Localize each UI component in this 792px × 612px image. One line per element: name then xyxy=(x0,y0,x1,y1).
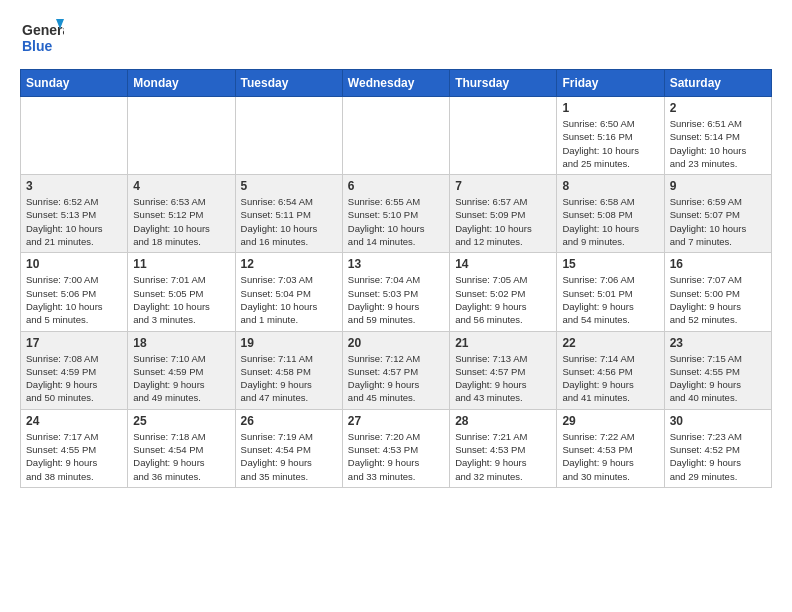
calendar-cell: 24Sunrise: 7:17 AM Sunset: 4:55 PM Dayli… xyxy=(21,409,128,487)
day-info: Sunrise: 6:51 AM Sunset: 5:14 PM Dayligh… xyxy=(670,117,766,170)
day-info: Sunrise: 7:14 AM Sunset: 4:56 PM Dayligh… xyxy=(562,352,658,405)
calendar-cell: 21Sunrise: 7:13 AM Sunset: 4:57 PM Dayli… xyxy=(450,331,557,409)
calendar-cell: 2Sunrise: 6:51 AM Sunset: 5:14 PM Daylig… xyxy=(664,97,771,175)
day-number: 5 xyxy=(241,179,337,193)
calendar-cell: 8Sunrise: 6:58 AM Sunset: 5:08 PM Daylig… xyxy=(557,175,664,253)
calendar-cell xyxy=(235,97,342,175)
calendar-cell: 12Sunrise: 7:03 AM Sunset: 5:04 PM Dayli… xyxy=(235,253,342,331)
day-info: Sunrise: 6:58 AM Sunset: 5:08 PM Dayligh… xyxy=(562,195,658,248)
day-info: Sunrise: 7:15 AM Sunset: 4:55 PM Dayligh… xyxy=(670,352,766,405)
logo-svg: General Blue xyxy=(20,15,64,59)
day-number: 16 xyxy=(670,257,766,271)
day-number: 23 xyxy=(670,336,766,350)
calendar-week-row: 3Sunrise: 6:52 AM Sunset: 5:13 PM Daylig… xyxy=(21,175,772,253)
calendar-week-row: 24Sunrise: 7:17 AM Sunset: 4:55 PM Dayli… xyxy=(21,409,772,487)
day-info: Sunrise: 6:55 AM Sunset: 5:10 PM Dayligh… xyxy=(348,195,444,248)
calendar-cell: 4Sunrise: 6:53 AM Sunset: 5:12 PM Daylig… xyxy=(128,175,235,253)
day-info: Sunrise: 7:03 AM Sunset: 5:04 PM Dayligh… xyxy=(241,273,337,326)
day-info: Sunrise: 6:57 AM Sunset: 5:09 PM Dayligh… xyxy=(455,195,551,248)
calendar-table: SundayMondayTuesdayWednesdayThursdayFrid… xyxy=(20,69,772,488)
calendar-cell: 3Sunrise: 6:52 AM Sunset: 5:13 PM Daylig… xyxy=(21,175,128,253)
calendar-cell: 23Sunrise: 7:15 AM Sunset: 4:55 PM Dayli… xyxy=(664,331,771,409)
calendar-cell: 7Sunrise: 6:57 AM Sunset: 5:09 PM Daylig… xyxy=(450,175,557,253)
day-info: Sunrise: 7:01 AM Sunset: 5:05 PM Dayligh… xyxy=(133,273,229,326)
calendar-cell: 14Sunrise: 7:05 AM Sunset: 5:02 PM Dayli… xyxy=(450,253,557,331)
logo: General Blue xyxy=(20,15,64,59)
calendar-cell: 11Sunrise: 7:01 AM Sunset: 5:05 PM Dayli… xyxy=(128,253,235,331)
calendar-cell: 9Sunrise: 6:59 AM Sunset: 5:07 PM Daylig… xyxy=(664,175,771,253)
calendar-cell: 15Sunrise: 7:06 AM Sunset: 5:01 PM Dayli… xyxy=(557,253,664,331)
day-number: 27 xyxy=(348,414,444,428)
day-number: 22 xyxy=(562,336,658,350)
calendar-cell xyxy=(21,97,128,175)
calendar-cell: 28Sunrise: 7:21 AM Sunset: 4:53 PM Dayli… xyxy=(450,409,557,487)
day-number: 11 xyxy=(133,257,229,271)
day-info: Sunrise: 7:13 AM Sunset: 4:57 PM Dayligh… xyxy=(455,352,551,405)
calendar-cell: 20Sunrise: 7:12 AM Sunset: 4:57 PM Dayli… xyxy=(342,331,449,409)
calendar-cell: 26Sunrise: 7:19 AM Sunset: 4:54 PM Dayli… xyxy=(235,409,342,487)
day-number: 2 xyxy=(670,101,766,115)
calendar-cell: 22Sunrise: 7:14 AM Sunset: 4:56 PM Dayli… xyxy=(557,331,664,409)
day-number: 29 xyxy=(562,414,658,428)
day-info: Sunrise: 6:50 AM Sunset: 5:16 PM Dayligh… xyxy=(562,117,658,170)
day-number: 10 xyxy=(26,257,122,271)
calendar-cell: 30Sunrise: 7:23 AM Sunset: 4:52 PM Dayli… xyxy=(664,409,771,487)
weekday-header-monday: Monday xyxy=(128,70,235,97)
day-info: Sunrise: 7:20 AM Sunset: 4:53 PM Dayligh… xyxy=(348,430,444,483)
day-number: 1 xyxy=(562,101,658,115)
calendar-cell: 16Sunrise: 7:07 AM Sunset: 5:00 PM Dayli… xyxy=(664,253,771,331)
calendar-cell: 6Sunrise: 6:55 AM Sunset: 5:10 PM Daylig… xyxy=(342,175,449,253)
day-number: 18 xyxy=(133,336,229,350)
day-number: 26 xyxy=(241,414,337,428)
day-info: Sunrise: 7:22 AM Sunset: 4:53 PM Dayligh… xyxy=(562,430,658,483)
day-number: 19 xyxy=(241,336,337,350)
day-info: Sunrise: 7:21 AM Sunset: 4:53 PM Dayligh… xyxy=(455,430,551,483)
day-number: 9 xyxy=(670,179,766,193)
day-info: Sunrise: 7:23 AM Sunset: 4:52 PM Dayligh… xyxy=(670,430,766,483)
weekday-header-tuesday: Tuesday xyxy=(235,70,342,97)
day-info: Sunrise: 7:12 AM Sunset: 4:57 PM Dayligh… xyxy=(348,352,444,405)
weekday-header-wednesday: Wednesday xyxy=(342,70,449,97)
page: General Blue SundayMondayTuesdayWednesda… xyxy=(0,0,792,508)
day-number: 3 xyxy=(26,179,122,193)
day-info: Sunrise: 7:07 AM Sunset: 5:00 PM Dayligh… xyxy=(670,273,766,326)
calendar-cell: 17Sunrise: 7:08 AM Sunset: 4:59 PM Dayli… xyxy=(21,331,128,409)
day-number: 28 xyxy=(455,414,551,428)
svg-text:General: General xyxy=(22,22,64,38)
day-info: Sunrise: 7:08 AM Sunset: 4:59 PM Dayligh… xyxy=(26,352,122,405)
weekday-header-thursday: Thursday xyxy=(450,70,557,97)
day-number: 13 xyxy=(348,257,444,271)
day-number: 8 xyxy=(562,179,658,193)
calendar-week-row: 1Sunrise: 6:50 AM Sunset: 5:16 PM Daylig… xyxy=(21,97,772,175)
day-number: 12 xyxy=(241,257,337,271)
calendar-week-row: 17Sunrise: 7:08 AM Sunset: 4:59 PM Dayli… xyxy=(21,331,772,409)
calendar-cell: 27Sunrise: 7:20 AM Sunset: 4:53 PM Dayli… xyxy=(342,409,449,487)
header: General Blue xyxy=(20,15,772,59)
weekday-header-saturday: Saturday xyxy=(664,70,771,97)
weekday-header-row: SundayMondayTuesdayWednesdayThursdayFrid… xyxy=(21,70,772,97)
weekday-header-friday: Friday xyxy=(557,70,664,97)
svg-text:Blue: Blue xyxy=(22,38,53,54)
calendar-cell: 5Sunrise: 6:54 AM Sunset: 5:11 PM Daylig… xyxy=(235,175,342,253)
day-info: Sunrise: 6:54 AM Sunset: 5:11 PM Dayligh… xyxy=(241,195,337,248)
weekday-header-sunday: Sunday xyxy=(21,70,128,97)
day-number: 4 xyxy=(133,179,229,193)
day-number: 25 xyxy=(133,414,229,428)
calendar-week-row: 10Sunrise: 7:00 AM Sunset: 5:06 PM Dayli… xyxy=(21,253,772,331)
calendar-cell xyxy=(450,97,557,175)
day-number: 7 xyxy=(455,179,551,193)
calendar-cell: 29Sunrise: 7:22 AM Sunset: 4:53 PM Dayli… xyxy=(557,409,664,487)
day-info: Sunrise: 6:53 AM Sunset: 5:12 PM Dayligh… xyxy=(133,195,229,248)
day-info: Sunrise: 7:04 AM Sunset: 5:03 PM Dayligh… xyxy=(348,273,444,326)
day-info: Sunrise: 7:17 AM Sunset: 4:55 PM Dayligh… xyxy=(26,430,122,483)
day-info: Sunrise: 6:52 AM Sunset: 5:13 PM Dayligh… xyxy=(26,195,122,248)
calendar-cell: 25Sunrise: 7:18 AM Sunset: 4:54 PM Dayli… xyxy=(128,409,235,487)
day-info: Sunrise: 7:05 AM Sunset: 5:02 PM Dayligh… xyxy=(455,273,551,326)
day-number: 17 xyxy=(26,336,122,350)
day-info: Sunrise: 7:11 AM Sunset: 4:58 PM Dayligh… xyxy=(241,352,337,405)
day-number: 15 xyxy=(562,257,658,271)
day-number: 24 xyxy=(26,414,122,428)
calendar-cell: 1Sunrise: 6:50 AM Sunset: 5:16 PM Daylig… xyxy=(557,97,664,175)
day-info: Sunrise: 6:59 AM Sunset: 5:07 PM Dayligh… xyxy=(670,195,766,248)
day-info: Sunrise: 7:00 AM Sunset: 5:06 PM Dayligh… xyxy=(26,273,122,326)
